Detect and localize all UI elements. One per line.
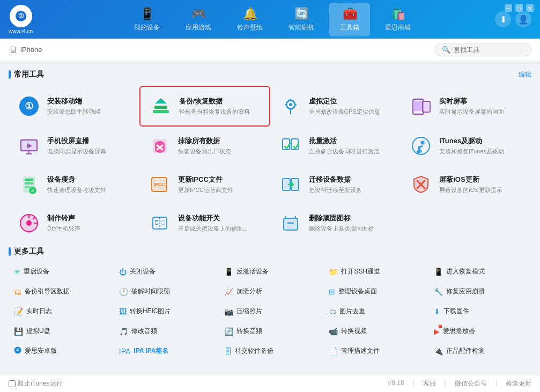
organize-icon: ⊞ (329, 287, 335, 296)
tool-ipcc-desc: 更新IPCC运营商文件 (178, 186, 233, 194)
tool-shield[interactable]: 屏蔽iOS更新 屏蔽设备的iOS更新提示 (401, 165, 531, 204)
tool-screen-info: 实时屏幕 实时显示设备屏幕的画面 (439, 97, 504, 115)
nav-store[interactable]: 🛍️ 爱思商城 (374, 3, 421, 36)
itunes-checkbox-area[interactable]: 阻止iTunes运行 (9, 379, 63, 388)
maximize-btn[interactable]: □ (515, 4, 523, 12)
tool-backup[interactable]: 备份/恢复数据 轻松备份和恢复设备的资料 (139, 86, 270, 127)
tool-location[interactable]: 虚拟定位 全局修改设备GPS定位信息 (270, 86, 401, 127)
close-btn[interactable]: ✕ (526, 4, 534, 12)
audio-convert-label: 转换音频 (236, 327, 262, 336)
tool-shield-info: 屏蔽iOS更新 屏蔽设备的iOS更新提示 (439, 175, 502, 194)
vdisk-icon: 💾 (14, 327, 23, 336)
more-tool-profile[interactable]: 📄 管理描述文件 (323, 342, 426, 360)
svg-rect-32 (25, 182, 33, 184)
more-tool-ssh[interactable]: 📁 打开SSH通道 (323, 263, 426, 280)
tool-erase[interactable]: 抹除所有数据 恢复设备到出厂状态 (139, 127, 270, 165)
tool-install-name: 安装移动端 (47, 97, 100, 106)
more-tool-compress[interactable]: 📷 压缩照片 (219, 302, 322, 320)
nav-toolbox[interactable]: 🧰 工具箱 (329, 3, 370, 36)
itunes-label: 阻止iTunes运行 (18, 379, 63, 388)
search-input[interactable] (454, 46, 529, 54)
tool-erase-name: 抹除所有数据 (178, 136, 231, 146)
tool-mirror-name: 手机投屏直播 (47, 136, 106, 146)
more-tool-genuine[interactable]: 🔌 正品配件检测 (428, 342, 531, 360)
more-tool-fix-app[interactable]: 🔧 修复应用崩溃 (428, 283, 531, 300)
more-tool-ipa-sign[interactable]: IPA IPA IPA签名 (114, 342, 217, 360)
tool-ringtone-desc: DIY手机铃声 (47, 225, 80, 232)
itunes-checkbox[interactable] (9, 380, 16, 387)
nav-apps[interactable]: 🎮 应用游戏 (175, 3, 222, 36)
tool-install[interactable]: ① 安装移动端 安装爱思助手移动端 (9, 86, 139, 127)
footer-link-service[interactable]: 客服 (423, 379, 436, 388)
nav-device[interactable]: 📱 我的设备 (123, 3, 171, 36)
tool-migrate[interactable]: 迁移设备数据 把资料迁移至新设备 (270, 165, 401, 204)
svg-text:+: + (28, 231, 30, 233)
log-icon: 📝 (14, 307, 23, 316)
tool-funcswitch-desc: 开启或关闭设备上的辅助... (178, 225, 248, 232)
user-btn[interactable]: 👤 (515, 11, 531, 27)
tool-delicon-desc: 删除设备上各类顽固图标 (309, 225, 374, 232)
edit-button[interactable]: 编辑 (519, 70, 531, 79)
more-tools-title: 更多工具 (9, 247, 44, 256)
download-btn[interactable]: ⬇ (495, 11, 511, 27)
tool-slim[interactable]: ✓ 设备瘦身 快速清理设备垃圾文件 (9, 165, 139, 204)
svg-point-57 (161, 221, 164, 224)
profile-icon: 📄 (329, 347, 338, 356)
more-tool-download[interactable]: ⬇ 下载固件 (428, 302, 531, 320)
more-tool-organize[interactable]: ⊞ 整理设备桌面 (323, 283, 426, 300)
more-tool-backup-data[interactable]: 🗂 备份引导区数据 (9, 283, 112, 300)
logo-area: ① www.i4.cn (9, 5, 33, 34)
tool-itunes-icon (409, 134, 433, 158)
tool-backup-desc: 轻松备份和恢复设备的资料 (179, 108, 250, 115)
footer-link-update[interactable]: 检查更新 (506, 379, 531, 388)
audio-convert-icon: 🔄 (224, 327, 233, 336)
nav-ringtone[interactable]: 🔔 铃声壁纸 (226, 3, 273, 36)
tool-screen[interactable]: 实时屏幕 实时显示设备屏幕的画面 (401, 86, 531, 127)
tool-activate[interactable]: 批量激活 支持多台设备同时进行激活 (270, 127, 401, 165)
tool-itunes[interactable]: iTunes及驱动 安装和修复iTunes及驱动 (401, 127, 531, 165)
more-tool-crash[interactable]: 📈 崩溃分析 (219, 283, 322, 300)
tool-slim-name: 设备瘦身 (47, 175, 106, 184)
tool-mirror[interactable]: 手机投屏直播 电脑同步显示设备屏幕 (9, 127, 139, 165)
window-controls: ─ □ ✕ (505, 4, 534, 12)
recovery-icon: 📱 (434, 268, 443, 276)
more-tool-break-time[interactable]: 🕐 破解时间限额 (114, 283, 217, 300)
more-tool-player[interactable]: ▶ 爱思播放器 (428, 322, 531, 340)
break-time-icon: 🕐 (119, 287, 128, 296)
more-tool-dedup[interactable]: 🗂 图片去重 (323, 302, 426, 320)
tool-funcswitch[interactable]: 设备功能开关 开启或关闭设备上的辅助... (139, 204, 270, 242)
tool-itunes-info: iTunes及驱动 安装和修复iTunes及驱动 (439, 136, 504, 155)
nav-smartflash[interactable]: 🔄 智能刷机 (278, 3, 325, 36)
more-tool-audio-convert[interactable]: 🔄 转换音频 (219, 322, 322, 340)
common-tools-title: 常用工具 (9, 70, 44, 79)
ssh-icon: 📁 (329, 268, 338, 276)
genuine-label: 正品配件检测 (446, 346, 485, 356)
more-tool-shutdown[interactable]: ⏻ 关闭设备 (114, 263, 217, 280)
ipa-label: IPA IPA签名 (134, 346, 168, 356)
more-tool-log[interactable]: 📝 实时日志 (9, 302, 112, 320)
tool-ipcc[interactable]: IPCC 更新IPCC文件 更新IPCC运营商文件 (139, 165, 270, 204)
more-tool-audio-edit[interactable]: 🎵 修改音频 (114, 322, 217, 340)
footer-link-wechat[interactable]: 微信公众号 (455, 379, 487, 388)
nav-device-icon: 📱 (140, 7, 154, 21)
svg-rect-5 (154, 106, 167, 109)
tool-slim-desc: 快速清理设备垃圾文件 (47, 186, 106, 194)
tool-ringtone[interactable]: + 制作铃声 DIY手机铃声 (9, 204, 139, 242)
more-tool-reboot[interactable]: ✳ 重启设备 (9, 263, 112, 280)
minimize-btn[interactable]: ─ (505, 4, 512, 12)
tool-erase-desc: 恢复设备到出厂状态 (178, 147, 231, 155)
more-tool-social[interactable]: 🗄 社交软件备份 (219, 342, 322, 360)
more-tool-video[interactable]: 📹 转换视频 (323, 322, 426, 340)
more-tool-heic[interactable]: 🖼 转换HEIC图片 (114, 302, 217, 320)
vdisk-label: 虚拟U盘 (26, 327, 50, 336)
tool-erase-info: 抹除所有数据 恢复设备到出厂状态 (178, 136, 231, 155)
tool-delicon[interactable]: 删除顽固图标 删除设备上各类顽固图标 (270, 204, 401, 242)
more-tool-vdisk[interactable]: 💾 虚拟U盘 (9, 322, 112, 340)
header-actions: ⬇ 👤 (495, 11, 531, 27)
player-icon: ▶ (434, 327, 440, 336)
more-tools-section-header: 更多工具 (9, 247, 531, 256)
more-tool-recovery[interactable]: 📱 进入恢复模式 (428, 263, 531, 280)
more-tool-deactivate[interactable]: 📱 反激活设备 (219, 263, 322, 280)
heic-label: 转换HEIC图片 (130, 307, 171, 316)
more-tool-android[interactable]: ① 爱思安卓版 (9, 342, 112, 360)
